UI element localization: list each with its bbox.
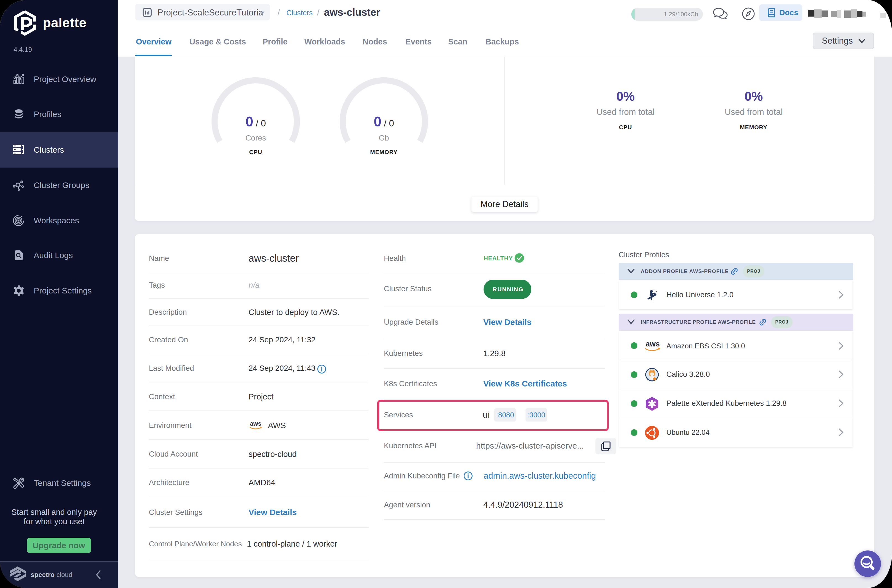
svg-text:aws: aws (646, 340, 660, 348)
svg-text:aws: aws (250, 420, 261, 427)
